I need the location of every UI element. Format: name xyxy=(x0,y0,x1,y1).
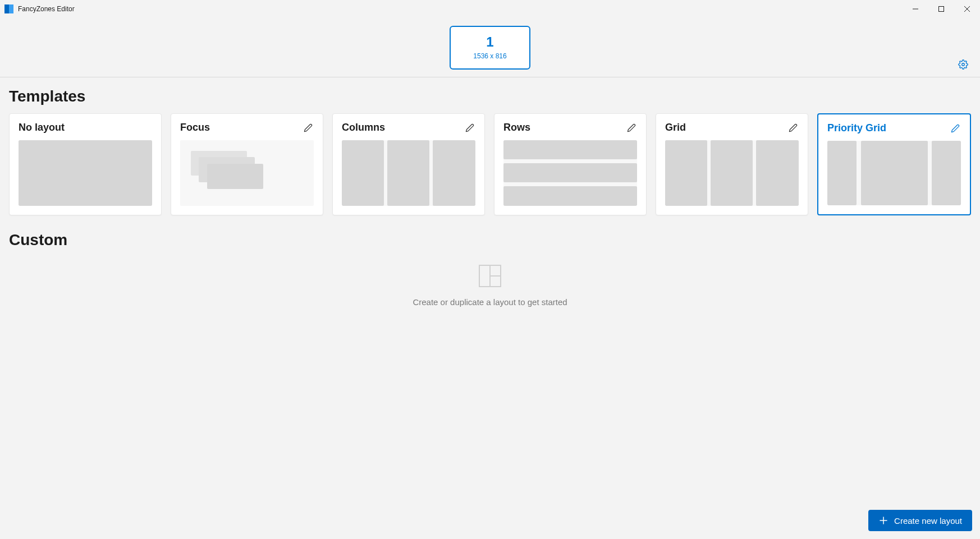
maximize-button[interactable] xyxy=(928,0,954,18)
edit-template-button[interactable] xyxy=(626,122,637,133)
template-columns[interactable]: Columns xyxy=(332,113,485,215)
svg-point-4 xyxy=(962,63,965,66)
custom-empty-message: Create or duplicate a layout to get star… xyxy=(413,297,567,307)
monitor-resolution: 1536 x 816 xyxy=(473,52,506,60)
template-label: Focus xyxy=(180,122,210,133)
custom-empty-state: Create or duplicate a layout to get star… xyxy=(9,265,971,307)
template-rows[interactable]: Rows xyxy=(494,113,647,215)
pencil-icon xyxy=(627,123,636,132)
create-button-label: Create new layout xyxy=(894,516,962,526)
template-no-layout[interactable]: No layout xyxy=(9,113,162,215)
pencil-icon xyxy=(789,123,798,132)
main-content: Templates No layout Focus xyxy=(0,77,980,307)
template-label: No layout xyxy=(19,122,65,133)
settings-button[interactable] xyxy=(956,58,970,71)
template-preview xyxy=(342,140,475,206)
edit-template-button[interactable] xyxy=(787,122,799,133)
close-button[interactable] xyxy=(954,0,980,18)
svg-rect-1 xyxy=(939,7,944,12)
edit-template-button[interactable] xyxy=(303,122,314,133)
template-preview xyxy=(180,140,314,206)
window-controls xyxy=(903,0,980,18)
edit-template-button[interactable] xyxy=(464,122,475,133)
template-label: Priority Grid xyxy=(827,122,886,134)
templates-list: No layout Focus Columns xyxy=(9,113,971,215)
window-title: FancyZones Editor xyxy=(18,5,75,13)
plus-icon xyxy=(878,515,889,526)
monitor-tile-1[interactable]: 1 1536 x 816 xyxy=(450,26,530,70)
template-label: Grid xyxy=(665,122,686,133)
app-icon xyxy=(4,4,13,13)
pencil-icon xyxy=(951,124,960,133)
pencil-icon xyxy=(304,123,313,132)
template-preview xyxy=(19,140,152,206)
template-priority-grid[interactable]: Priority Grid xyxy=(817,113,971,215)
template-preview xyxy=(827,141,961,205)
template-label: Columns xyxy=(342,122,385,133)
edit-template-button[interactable] xyxy=(950,123,961,134)
monitor-panel: 1 1536 x 816 xyxy=(0,18,980,77)
minimize-button[interactable] xyxy=(903,0,928,18)
template-preview xyxy=(503,140,637,206)
template-grid[interactable]: Grid xyxy=(656,113,808,215)
create-new-layout-button[interactable]: Create new layout xyxy=(868,510,972,531)
template-label: Rows xyxy=(503,122,530,133)
layout-empty-icon xyxy=(479,265,501,287)
gear-icon xyxy=(958,59,968,70)
template-focus[interactable]: Focus xyxy=(171,113,323,215)
custom-heading: Custom xyxy=(9,231,971,249)
monitor-number: 1 xyxy=(486,35,493,49)
template-preview xyxy=(665,140,799,206)
templates-heading: Templates xyxy=(9,87,971,105)
titlebar: FancyZones Editor xyxy=(0,0,980,18)
pencil-icon xyxy=(465,123,474,132)
